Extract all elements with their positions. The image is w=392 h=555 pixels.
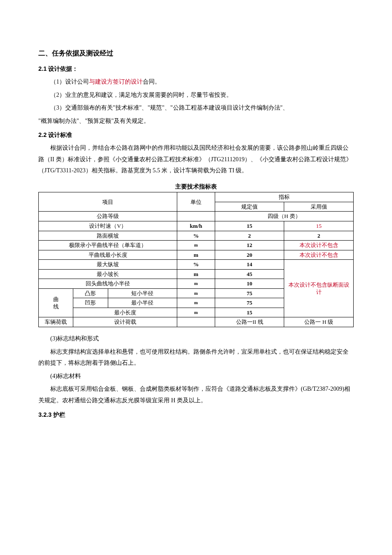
cell: 最大纵坡 <box>39 260 177 270</box>
text: 合同。 <box>143 78 161 85</box>
cell: 公路等级 <box>39 212 177 221</box>
table-row: 最大纵坡 % 14 本次设计不包含纵断面设计 <box>39 260 354 270</box>
cell: % <box>177 231 215 241</box>
cell <box>177 212 215 221</box>
para-2-1-1: （1）设计公司与建设方签订的设计合同。 <box>38 76 354 88</box>
para-2-1-2: （2）业主的意见和建议，满足地方发展需要的同时，尽量节省投资。 <box>38 90 354 101</box>
cell: 凸形 <box>73 288 108 298</box>
para-sign-3: 标志支撑结构宜选择单柱和悬臂，也可使用双柱结构。路侧条件允许时，宜采用单柱式，也… <box>38 346 354 369</box>
th-unit: 单位 <box>177 192 215 212</box>
cell: 20 <box>215 250 284 260</box>
cell: km/h <box>177 221 215 231</box>
cell: 公路一II 线 <box>215 317 284 327</box>
subheading-3-2-3: 3.2.3 护栏 <box>38 409 354 421</box>
cell: m <box>177 279 215 289</box>
cell: m <box>177 298 215 308</box>
para-2-2-1: 根据设计合同，并结合本公路在路网中的作用和功能以及国民经济和社会发展的需要，该公… <box>38 142 354 177</box>
table-row: 极限录小平曲线半径（单车道） m 12 本次设计不包含 <box>39 241 354 250</box>
th-adopt: 采用值 <box>284 202 354 212</box>
cell: 短小半径 <box>108 288 177 298</box>
para-sign-4-head: (4)标志材料 <box>38 371 354 382</box>
table-row: 车辆荷载 设计荷载 公路一II 线 公路一 H 级 <box>39 317 354 327</box>
cell: m <box>177 308 215 317</box>
cell-curve-group: 曲 线 <box>39 288 73 317</box>
cell: m <box>177 288 215 298</box>
table-row: 项目 单位 指标 <box>39 192 354 202</box>
cell: 本次设计不包含 <box>284 250 354 260</box>
section-heading: 二、任务依据及测设经过 <box>38 47 354 60</box>
cell: 12 <box>215 241 284 250</box>
cell: 设计荷载 <box>73 317 177 327</box>
cell: 四级（H 类） <box>215 212 353 221</box>
cell: 回头曲线地小半径 <box>39 279 177 289</box>
cell: 路面横坡 <box>39 231 177 241</box>
cell: 最小长度 <box>73 308 177 317</box>
text: （1）设计公司 <box>50 78 89 85</box>
cell: m <box>177 269 215 279</box>
cell: 车辆荷载 <box>39 317 73 327</box>
cell: 15 <box>284 221 354 231</box>
cell: 45 <box>215 269 284 279</box>
cell: 最小半径 <box>108 298 177 308</box>
table-row: 路面横坡 % 2 2 <box>39 231 354 241</box>
cell: 公路一 H 级 <box>284 317 354 327</box>
th-indicator: 指标 <box>215 192 353 202</box>
para-sign-3-head: (3)标志结构和形式 <box>38 333 354 345</box>
para-sign-4: 标志底板可采用铝合金板、钢板、合成树脂类板材等制作，应符合《道路交通标志板及支撑… <box>38 384 354 406</box>
cell: 极限录小平曲线半径（单车道） <box>39 241 177 250</box>
cell: 凹形 <box>73 298 108 308</box>
cell: 2 <box>215 231 284 241</box>
cell: 75 <box>215 298 284 308</box>
tech-indicator-table: 项目 单位 指标 规定值 采用值 公路等级 四级（H 类） 设计时速（V） km… <box>38 192 354 327</box>
table-row: 设计时速（V） km/h 15 15 <box>39 221 354 231</box>
cell-merged-note: 本次设计不包含纵断面设计 <box>284 260 354 317</box>
cell: 2 <box>284 231 354 241</box>
para-2-1-3b: "概算编制办法"、"预算定额"及有关规定。 <box>38 116 354 127</box>
table-title: 主要技术指标表 <box>38 181 354 192</box>
cell: 最小坡长 <box>39 269 177 279</box>
text-red: 与建设方签订的设计 <box>89 78 143 85</box>
cell <box>177 317 215 327</box>
cell: 15 <box>215 221 284 231</box>
cell: % <box>177 260 215 270</box>
subheading-2-1: 2.1 设计依据： <box>38 63 354 75</box>
cell: 10 <box>215 279 284 289</box>
table-row: 平曲线最小长度 m 20 本次设计不包含 <box>39 250 354 260</box>
cell: 平曲线最小长度 <box>39 250 177 260</box>
th-spec: 规定值 <box>215 202 284 212</box>
para-2-1-3a: （3）交通部颁布的有关"技术标准"、"规范"、"公路工程基本建设项目设计文件编制… <box>38 102 354 114</box>
subheading-2-2: 2.2 设计标准 <box>38 129 354 141</box>
cell: 14 <box>215 260 284 270</box>
cell: 设计时速（V） <box>39 221 177 231</box>
th-project: 项目 <box>39 192 177 212</box>
cell: m <box>177 250 215 260</box>
cell: 75 <box>215 288 284 298</box>
cell: 15 <box>215 308 284 317</box>
table-row: 公路等级 四级（H 类） <box>39 212 354 221</box>
cell: 本次设计不包含 <box>284 241 354 250</box>
cell: m <box>177 241 215 250</box>
